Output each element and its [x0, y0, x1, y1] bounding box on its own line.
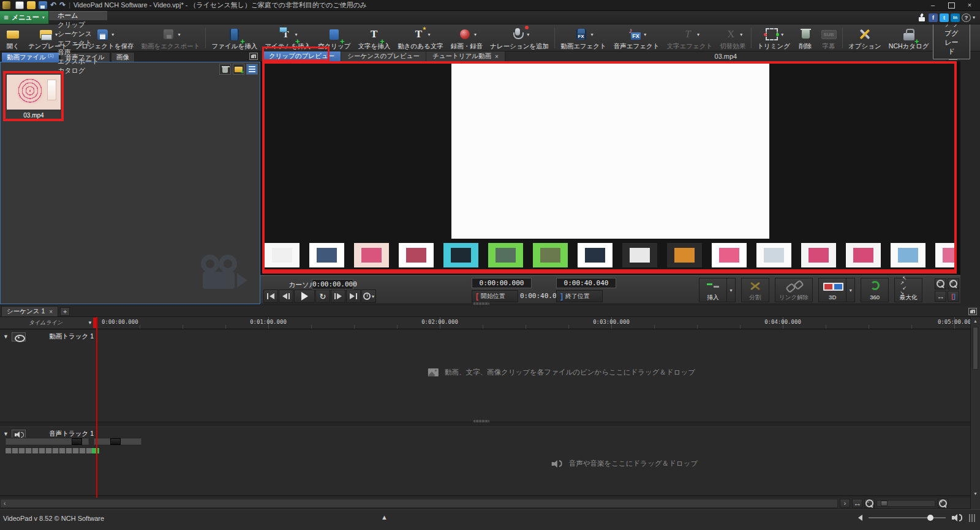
- delete-icon[interactable]: [219, 64, 231, 75]
- video-track[interactable]: ▼ 動画トラック 1 動画、文字、画像クリップを各ファイルのビンからここにドラッ…: [0, 330, 970, 422]
- zoom-out-button[interactable]: −: [935, 278, 946, 289]
- tool-3d-glasses-button[interactable]: 3D: [818, 278, 846, 302]
- strip-thumbnail-11[interactable]: [756, 243, 791, 267]
- save-project-icon[interactable]: [39, 1, 47, 9]
- collapse-track-icon[interactable]: ▼: [3, 334, 9, 340]
- timeline-zoom-slider[interactable]: [876, 500, 935, 507]
- ribbon-trim-button[interactable]: ▾トリミング: [753, 25, 794, 51]
- fit-timeline-button[interactable]: ↔: [852, 499, 862, 508]
- open-project-icon[interactable]: [27, 1, 36, 9]
- volume-left-icon[interactable]: [858, 515, 862, 521]
- dropdown-caret-icon[interactable]: ▾: [727, 278, 736, 302]
- strip-thumbnail-15[interactable]: [935, 243, 956, 267]
- set-end-button[interactable]: ] 終了位置: [556, 290, 603, 302]
- zoom-slider-handle[interactable]: [881, 501, 888, 506]
- strip-thumbnail-5[interactable]: [488, 243, 523, 267]
- strip-thumbnail-6[interactable]: [533, 243, 568, 267]
- track-visibility-icon[interactable]: [12, 332, 26, 342]
- strip-thumbnail-9[interactable]: [667, 243, 702, 267]
- ribbon-delete-button[interactable]: 削除: [794, 25, 817, 51]
- tool-insert-button[interactable]: 挿入: [699, 278, 727, 302]
- ribbon-insert-item-button[interactable]: +▾アイテムを挿入: [261, 25, 314, 51]
- ribbon-video-fx-button[interactable]: ▾動画エフェクト: [557, 25, 610, 51]
- start-time-field[interactable]: 0:00:00.000: [472, 278, 532, 288]
- frame-back-button[interactable]: [279, 289, 293, 303]
- panel-splitter-grip[interactable]: [473, 302, 490, 305]
- ribbon-insert-file-button[interactable]: +ファイルを挿入: [208, 25, 261, 51]
- add-sequence-button[interactable]: +: [60, 307, 70, 316]
- minimize-button[interactable]: –: [925, 1, 941, 10]
- add-folder-icon[interactable]: [233, 64, 244, 75]
- track-pan-slider[interactable]: [93, 438, 142, 446]
- dropdown-caret-icon[interactable]: ▾: [846, 278, 855, 302]
- scroll-up-icon[interactable]: ▲: [971, 319, 980, 323]
- strip-thumbnail-0[interactable]: [265, 243, 300, 267]
- expand-panel-icon[interactable]: ▲: [381, 513, 388, 521]
- menu-tab-2[interactable]: シーケンス: [49, 29, 107, 39]
- preview-tab-0[interactable]: クリップのプレビュー: [263, 51, 341, 61]
- timeline-ruler[interactable]: タイムライン ▼ 0:00:00.0000:01:00.0000:02:00.0…: [0, 317, 970, 329]
- undo-icon[interactable]: ↶: [50, 1, 56, 9]
- ribbon-narration-button[interactable]: ▾ナレーションを追加: [486, 25, 552, 51]
- strip-thumbnail-12[interactable]: [801, 243, 836, 267]
- track-splitter-grip[interactable]: [473, 419, 490, 423]
- speed-button[interactable]: ▾: [361, 289, 376, 303]
- linkedin-icon[interactable]: in: [951, 13, 960, 22]
- vertical-scrollbar[interactable]: ▲ ▼: [970, 317, 980, 498]
- timeline-detach-icon[interactable]: [968, 308, 977, 315]
- close-button[interactable]: ×: [962, 1, 978, 10]
- loop-button[interactable]: ↻: [315, 289, 330, 303]
- resize-grip[interactable]: [969, 514, 975, 522]
- loop-range-button[interactable]: []: [948, 291, 959, 302]
- fit-width-button[interactable]: ↔: [935, 291, 946, 302]
- strip-thumbnail-8[interactable]: [622, 243, 657, 267]
- track-volume-slider[interactable]: [5, 438, 89, 446]
- pan-slider-handle[interactable]: [110, 438, 121, 445]
- cursor-time-field[interactable]: 0:00:00.000: [312, 279, 353, 289]
- zoom-in-button[interactable]: +: [948, 278, 959, 289]
- facebook-icon[interactable]: f: [929, 13, 938, 22]
- menu-tab-1[interactable]: クリップ: [49, 20, 107, 29]
- strip-thumbnail-14[interactable]: [891, 243, 925, 267]
- strip-thumbnail-10[interactable]: [712, 243, 747, 267]
- like-icon[interactable]: [918, 13, 927, 22]
- bin-detach-icon[interactable]: [249, 53, 258, 60]
- ribbon-blank-clip-button[interactable]: +空クリップ: [314, 25, 354, 51]
- close-tab-icon[interactable]: ×: [495, 53, 499, 60]
- menu-tab-6[interactable]: カタログ: [49, 66, 107, 75]
- ruler-scale[interactable]: 0:00:00.0000:01:00.0000:02:00.0000:03:00…: [97, 317, 970, 329]
- skip-end-button[interactable]: [346, 289, 361, 303]
- ribbon-animated-text-button[interactable]: ▾動きのある文字: [394, 25, 447, 51]
- timeline-zoom-out-button[interactable]: −: [864, 499, 875, 508]
- scroll-down-icon[interactable]: ▼: [971, 491, 980, 496]
- vertical-scroll-thumb[interactable]: [973, 327, 978, 370]
- strip-thumbnail-7[interactable]: [578, 243, 612, 267]
- strip-thumbnail-3[interactable]: [399, 243, 434, 267]
- horizontal-scrollbar[interactable]: ‹: [0, 499, 838, 508]
- tool-maximize-button[interactable]: ↖ ↗↙ ↘最大化: [894, 278, 922, 302]
- ribbon-options-button[interactable]: オプション: [845, 25, 885, 51]
- menu-tab-3[interactable]: エフェクト: [49, 39, 107, 48]
- ribbon-nch-catalog-button[interactable]: +NCHカタログ: [885, 25, 933, 51]
- main-menu-button[interactable]: ≡ メニュー ▾: [0, 11, 49, 24]
- help-icon[interactable]: ?: [962, 13, 971, 22]
- restore-button[interactable]: [943, 1, 959, 10]
- skip-start-button[interactable]: [263, 289, 278, 303]
- strip-thumbnail-4[interactable]: [443, 243, 478, 267]
- new-project-icon[interactable]: [15, 1, 24, 9]
- playhead-line[interactable]: [96, 317, 97, 498]
- sequence-tab[interactable]: シーケンス 1 ×: [1, 306, 58, 316]
- close-tab-icon[interactable]: ×: [49, 308, 53, 315]
- redo-icon[interactable]: ↷: [59, 1, 66, 9]
- media-item[interactable]: 03.mp4: [7, 75, 61, 119]
- volume-slider-handle[interactable]: [72, 438, 82, 445]
- menu-tab-5[interactable]: エクスポート: [49, 57, 107, 66]
- timeline-options-caret-icon[interactable]: ▼: [88, 320, 92, 326]
- scroll-right-button[interactable]: ›: [840, 499, 850, 508]
- master-volume-slider[interactable]: [869, 513, 946, 522]
- twitter-icon[interactable]: t: [940, 13, 949, 22]
- strip-thumbnail-2[interactable]: [354, 243, 389, 267]
- ribbon-insert-text-button[interactable]: +文字を挿入: [354, 25, 394, 51]
- help-caret-icon[interactable]: ▾: [973, 15, 975, 20]
- preview-stage[interactable]: 0:00:00.0000:00:10.0000:00:20.0000:00:30…: [262, 61, 957, 273]
